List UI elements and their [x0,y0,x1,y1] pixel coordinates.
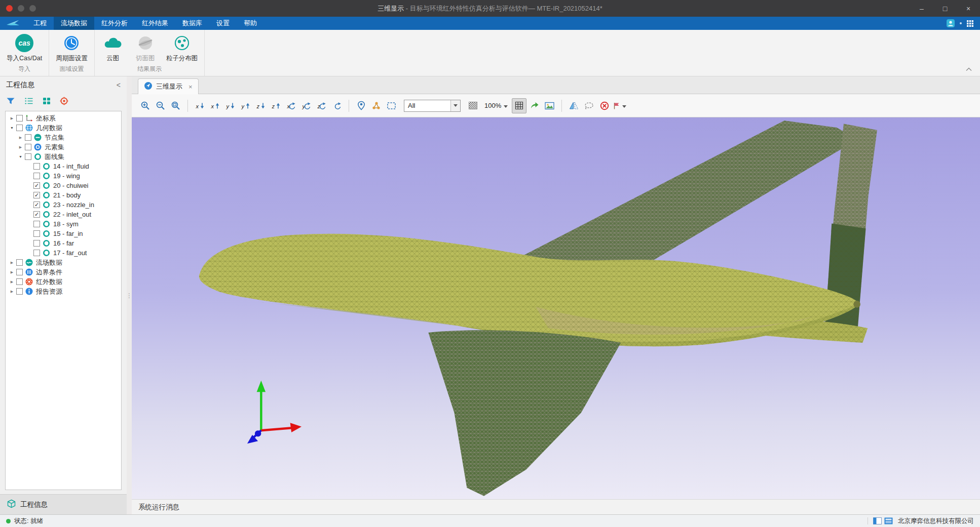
viewport-3d[interactable] [132,117,980,499]
panel-tool-locate[interactable] [60,97,68,107]
tree-checkbox[interactable] [16,115,23,121]
ribbon-button-contour[interactable]: 云图 [98,32,128,64]
dropdown-caret-icon[interactable] [450,100,460,111]
viewport-button-rotate-y[interactable]: y [299,98,314,113]
tree-checkbox[interactable] [33,250,40,256]
panel-tool-filter[interactable] [6,97,15,106]
tree-expand-arrow-icon[interactable]: ▶ [17,136,24,140]
tree-item-surface-15-far-in[interactable]: 15 - far_in [6,229,121,238]
viewport-button-snapshot[interactable] [542,98,557,113]
titlebar-dot-3[interactable] [29,5,36,12]
menu-item-help[interactable]: 帮助 [237,17,264,30]
viewport-button-rotate-free[interactable] [329,98,344,113]
tree-checkbox[interactable] [25,134,31,141]
apps-grid-icon[interactable] [966,20,974,27]
tree-item-flow-data[interactable]: ▶流场数据 [6,258,121,267]
zoom-level-combo[interactable]: 100% [481,99,511,112]
titlebar-dot-1[interactable] [6,5,13,12]
surface-filter-combo[interactable]: All [404,100,461,112]
tree-item-report-resources[interactable]: ▶报告资源 [6,287,121,296]
tree-item-boundary-conditions[interactable]: ▶边界条件 [6,267,121,277]
tree-expand-arrow-icon[interactable]: ▼ [17,155,24,158]
viewport-button-zoom-out[interactable] [153,98,168,113]
viewport-button-rotate-x[interactable]: x [284,98,298,113]
tree-checkbox[interactable] [16,259,23,266]
viewport-button-zoom-fit[interactable] [168,98,183,113]
panel-icon-1[interactable] [873,517,882,524]
viewport-button-probe[interactable] [354,98,368,113]
tree-item-element-set[interactable]: ▶元素集 [6,142,121,152]
panel-collapse-button[interactable]: < [117,81,121,89]
tree-expand-arrow-icon[interactable]: ▶ [8,261,16,265]
viewport-button-lasso[interactable] [582,98,596,113]
viewport-button-view-z-minus[interactable]: z [269,98,283,113]
tree-item-geometry-data[interactable]: ▼几何数据 [6,123,121,133]
viewport-button-texture[interactable] [466,98,480,113]
tree-expand-arrow-icon[interactable]: ▼ [8,126,16,130]
tree-item-surface-14-int-fluid[interactable]: 14 - int_fluid [6,161,121,171]
menu-item-ir-results[interactable]: 红外结果 [135,17,175,30]
viewport-button-view-x-plus[interactable]: x [193,98,207,113]
tree-item-surface-18-sym[interactable]: 18 - sym [6,219,121,229]
panel-tool-grid-view[interactable] [43,97,51,106]
ribbon-button-particle-distribution[interactable]: 粒子分布图 [163,32,202,64]
tree-item-infrared-data[interactable]: ▶红外数据 [6,277,121,287]
menu-item-database[interactable]: 数据库 [175,17,209,30]
viewport-button-view-x-minus[interactable]: x [208,98,222,113]
menu-item-project[interactable]: 工程 [26,17,54,30]
viewport-button-export[interactable] [527,98,542,113]
tree-checkbox[interactable] [33,221,40,227]
viewport-button-clear[interactable] [597,98,612,113]
tree-checkbox[interactable]: ✓ [33,201,40,208]
titlebar-dot-2[interactable] [18,5,24,12]
viewport-button-zoom-in[interactable] [138,98,153,113]
tree-expand-arrow-icon[interactable]: ▶ [17,145,24,149]
viewport-button-nodes[interactable] [369,98,384,113]
panel-icon-2[interactable] [884,517,893,524]
tree-checkbox[interactable] [16,125,23,131]
tree-checkbox[interactable] [16,288,23,295]
viewport-button-grid[interactable] [512,98,526,113]
tree-checkbox[interactable] [16,278,23,285]
tree-checkbox[interactable] [16,269,23,275]
tree-expand-arrow-icon[interactable]: ▶ [8,116,16,120]
viewport-button-view-z-plus[interactable]: z [253,98,268,113]
close-button[interactable]: × [957,0,980,17]
tree-checkbox[interactable] [33,173,40,179]
tree-item-surface-22-inlet-out[interactable]: ✓22 - inlet_out [6,210,121,219]
tree-checkbox[interactable] [33,230,40,237]
tree-item-surface-16-far[interactable]: 16 - far [6,238,121,248]
project-info-tab[interactable]: 工程信息 [0,494,127,514]
minimize-button[interactable]: – [910,0,933,17]
tree-expand-arrow-icon[interactable]: ▶ [8,280,16,284]
menu-item-flow-data[interactable]: 流场数据 [54,17,94,30]
ribbon-button-periodic-surface[interactable]: 周期面设置 [52,32,91,64]
system-message-bar[interactable]: 系统运行消息 [132,499,980,514]
maximize-button[interactable]: □ [933,0,957,17]
viewport-button-rotate-z[interactable]: z [314,98,329,113]
tree-item-surface-17-far-out[interactable]: 17 - far_out [6,248,121,258]
tree-expand-arrow-icon[interactable]: ▶ [8,290,16,294]
ribbon-button-import-cas-dat[interactable]: cas导入Cas/Dat [3,32,46,64]
panel-splitter[interactable]: ⋮ [127,76,132,514]
tree-item-surface-20-chuiwei[interactable]: ✓20 - chuiwei [6,181,121,190]
tree-checkbox[interactable] [25,153,31,160]
tree-item-node-set[interactable]: ▶节点集 [6,133,121,142]
tab-close-button[interactable]: × [189,83,193,91]
tree-item-surface-21-body[interactable]: ✓21 - body [6,190,121,200]
tree-checkbox[interactable]: ✓ [33,192,40,198]
tree-item-surface-set[interactable]: ▼面线集 [6,152,121,161]
tree-expand-arrow-icon[interactable]: ▶ [8,270,16,274]
viewport-button-box-select[interactable] [384,98,399,113]
tree-checkbox[interactable] [33,240,40,247]
tree-item-coordinate-system[interactable]: ▶坐标系 [6,113,121,123]
viewport-button-mirror[interactable] [567,98,581,113]
tree-item-surface-19-wing[interactable]: 19 - wing [6,171,121,181]
panel-tool-list-view[interactable] [24,97,33,106]
tree-checkbox[interactable]: ✓ [33,182,40,189]
account-icon[interactable] [946,19,955,28]
tree-checkbox[interactable]: ✓ [33,211,40,218]
tree-checkbox[interactable] [33,163,40,170]
menu-item-settings[interactable]: 设置 [209,17,237,30]
viewport-button-view-y-plus[interactable]: y [223,98,238,113]
